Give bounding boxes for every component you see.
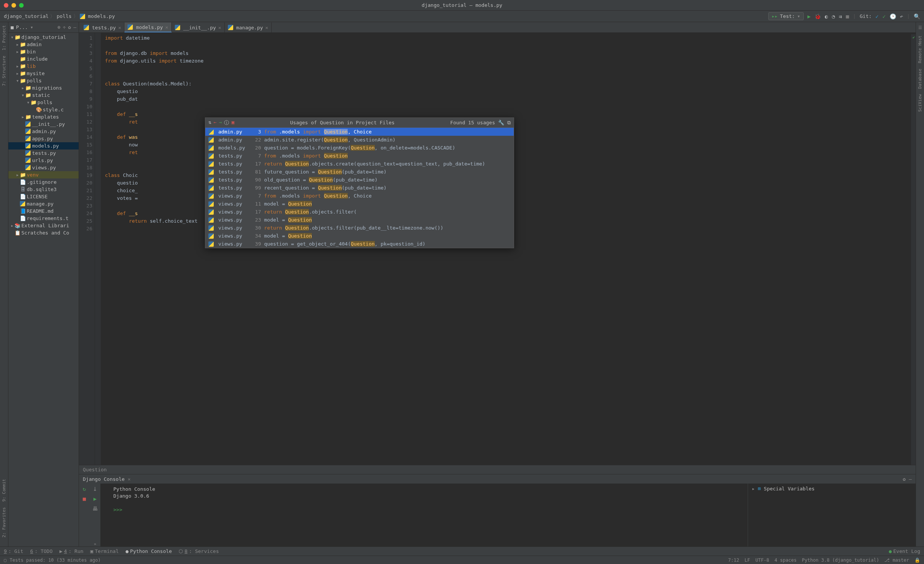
breadcrumb-root[interactable]: django_tutorial — [4, 13, 48, 19]
profile-icon[interactable]: ◔ — [832, 13, 835, 19]
open-tool-icon[interactable]: ⧉ — [507, 120, 511, 126]
project-tree[interactable]: ▾📁django_tutorial▸📁admin▸📁bin📁include▸📁l… — [8, 33, 79, 546]
tool-commit[interactable]: 9: Commit — [2, 479, 6, 502]
event-log-button[interactable]: ●Event Log — [889, 548, 920, 554]
git-rollback-icon[interactable]: ↶ — [900, 13, 903, 19]
project-tab-label[interactable]: P... — [16, 24, 28, 30]
console-output[interactable]: Python Console Django 3.0.6 >>> — [100, 484, 748, 546]
tree-node[interactable]: 📄LICENSE — [8, 193, 79, 200]
filter-icon[interactable]: ⇅ — [208, 119, 211, 126]
tree-node[interactable]: 📋Scratches and Co — [8, 229, 79, 236]
console-variables[interactable]: ▸ ⊞ Special Variables — [748, 484, 916, 546]
maximize-window-icon[interactable] — [19, 3, 24, 8]
gear-icon[interactable]: ✿ — [68, 24, 71, 30]
tool-window-icon[interactable]: ▢ — [4, 558, 6, 563]
gear-icon[interactable]: ✿ — [903, 476, 906, 482]
usage-row[interactable]: views.py30return Question.objects.filter… — [205, 224, 514, 232]
usage-row[interactable]: views.py17return Question.objects.filter… — [205, 208, 514, 216]
tool-sciview[interactable]: SciView — [918, 94, 922, 112]
tree-node[interactable]: ▸📚External Librari — [8, 222, 79, 229]
menu-icon[interactable]: ☰ — [918, 25, 922, 30]
tree-node[interactable]: admin.py — [8, 128, 79, 135]
tree-node[interactable]: ▸📁migrations — [8, 84, 79, 92]
hide-console-icon[interactable]: — — [909, 476, 912, 482]
tree-node[interactable]: models.py — [8, 142, 79, 149]
next-icon[interactable]: → — [219, 119, 222, 126]
usage-row[interactable]: tests.py99recent_question = Question(pub… — [205, 184, 514, 192]
wrench-icon[interactable]: 🔧 — [498, 120, 504, 125]
stop-icon[interactable]: ■ — [846, 13, 849, 19]
tree-node[interactable]: 🗄db.sqlite3 — [8, 186, 79, 193]
tree-node[interactable]: ▸📁mysite — [8, 70, 79, 77]
debug-icon[interactable]: 🐞 — [814, 13, 821, 19]
status-indent[interactable]: 4 spaces — [774, 558, 797, 563]
tree-node[interactable]: 📁include — [8, 55, 79, 63]
usage-row[interactable]: views.py39question = get_object_or_404(Q… — [205, 240, 514, 248]
usage-row[interactable]: admin.py22admin.site.register(Question, … — [205, 136, 514, 144]
print-icon[interactable]: 🖶 — [92, 506, 98, 512]
tree-node[interactable]: ▸📁bin — [8, 48, 79, 55]
tool-button[interactable]: ⬡8: Services — [179, 548, 219, 554]
editor-breadcrumb-bar[interactable]: Question — [79, 465, 916, 474]
tree-node[interactable]: manage.py — [8, 200, 79, 207]
tool-button[interactable]: 6: TODO — [30, 548, 53, 554]
usage-row[interactable]: tests.py81future_question = Question(pub… — [205, 168, 514, 176]
git-history-icon[interactable]: 🕑 — [890, 13, 896, 19]
tree-node[interactable]: 📘README.md — [8, 207, 79, 215]
run-icon[interactable]: ▶ — [808, 13, 811, 19]
hide-icon[interactable]: — — [73, 24, 76, 30]
tree-node[interactable]: ▸📁admin — [8, 41, 79, 48]
usage-row[interactable]: tests.py17return Question.objects.create… — [205, 160, 514, 168]
usage-row[interactable]: tests.py7from .models import Question — [205, 152, 514, 160]
info-icon[interactable]: ⓘ — [224, 119, 229, 126]
stop-icon[interactable]: ■ — [83, 496, 86, 502]
status-enc[interactable]: UTF-8 — [755, 558, 769, 563]
collapse-icon[interactable]: ÷ — [63, 24, 66, 30]
search-icon[interactable]: 🔍 — [914, 13, 920, 19]
status-lf[interactable]: LF — [745, 558, 750, 563]
usage-row[interactable]: views.py34model = Question — [205, 232, 514, 240]
status-branch[interactable]: ⎇ master — [884, 558, 909, 563]
tree-node[interactable]: 🎨style.c — [8, 106, 79, 113]
close-window-icon[interactable] — [4, 3, 8, 8]
status-sdk[interactable]: Python 3.8 (django_tutorial) — [802, 558, 879, 563]
editor-area[interactable]: 1234567891011121314151617181920212223242… — [79, 33, 916, 465]
annotation-strip[interactable]: ✔ — [911, 34, 916, 465]
tool-remote-host[interactable]: Remote Host — [918, 35, 922, 63]
execute-icon[interactable]: ⤓ — [93, 486, 97, 492]
code[interactable]: import datetime from django.db import mo… — [101, 33, 916, 465]
editor-tab[interactable]: manage.py× — [225, 22, 272, 32]
usage-row[interactable]: views.py23model = Question — [205, 216, 514, 224]
tool-favorites[interactable]: 2: Favorites — [2, 507, 6, 537]
tool-structure[interactable]: 7: Structure — [2, 56, 6, 86]
tree-node[interactable]: ▾📁static — [8, 92, 79, 99]
rerun-icon[interactable]: ↻ — [83, 486, 86, 492]
usage-row[interactable]: models.py20question = models.ForeignKey(… — [205, 144, 514, 152]
breadcrumb[interactable]: django_tutorial 〉 polls 〉 models.py — [4, 13, 115, 20]
run-icon[interactable]: ▶ — [94, 496, 97, 502]
tree-node[interactable]: 📄requirements.t — [8, 215, 79, 222]
tree-node[interactable]: __init__.py — [8, 121, 79, 128]
tree-node[interactable]: views.py — [8, 164, 79, 171]
tool-database[interactable]: Database — [918, 69, 922, 89]
usage-row[interactable]: tests.py90old_question = Question(pub_da… — [205, 176, 514, 184]
run-config-selector[interactable]: ▸▸ Test: ▾ — [768, 12, 804, 20]
breadcrumb-folder[interactable]: polls — [56, 13, 71, 19]
git-update-icon[interactable]: ✓ — [876, 13, 879, 19]
status-pos[interactable]: 7:12 — [728, 558, 739, 563]
prev-icon[interactable]: ← — [214, 119, 217, 126]
editor-tab[interactable]: __init__.py× — [172, 22, 225, 32]
chevron-down-icon[interactable]: ▾ — [30, 24, 33, 30]
tree-node[interactable]: urls.py — [8, 157, 79, 164]
git-commit-icon[interactable]: ✓ — [882, 13, 885, 19]
lock-icon[interactable]: 🔒 — [914, 558, 920, 563]
console-tab[interactable]: Django Console — [83, 476, 125, 482]
preview-icon[interactable]: ▣ — [231, 119, 234, 126]
tool-button[interactable]: ●Python Console — [126, 548, 172, 554]
tree-node[interactable]: ▸📁lib — [8, 63, 79, 70]
tree-node[interactable]: ▸📁templates — [8, 113, 79, 121]
minimize-window-icon[interactable] — [11, 3, 16, 8]
tree-node[interactable]: ▾📁polls — [8, 77, 79, 84]
tool-button[interactable]: ▣Terminal — [90, 548, 119, 554]
concurrency-icon[interactable]: ⇉ — [839, 13, 842, 19]
